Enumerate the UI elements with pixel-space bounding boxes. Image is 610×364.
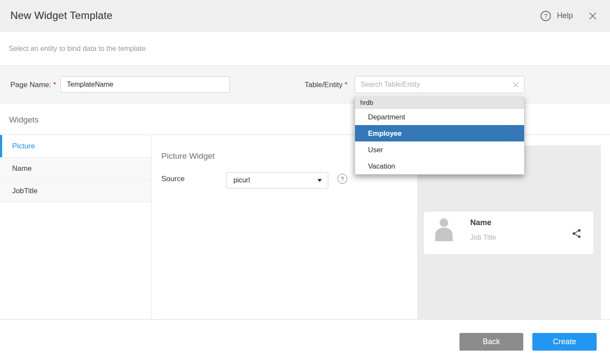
- page-name-input[interactable]: [60, 76, 230, 93]
- source-select[interactable]: picurl: [226, 172, 328, 188]
- widget-tab-label: JobTitle: [12, 187, 38, 195]
- widget-tab-label: Name: [12, 164, 31, 173]
- widget-tab-label: Picture: [12, 142, 35, 151]
- page-name-label: Page Name:*: [10, 81, 56, 89]
- new-widget-template-dialog: New Widget Template Help Select an entit…: [0, 0, 610, 364]
- page-title: New Widget Template: [10, 9, 113, 22]
- help-icon[interactable]: [541, 11, 551, 21]
- entity-dropdown: hrdb Department Employee User Vacation: [355, 97, 525, 175]
- close-icon[interactable]: [588, 12, 597, 20]
- required-asterisk: *: [53, 81, 57, 89]
- preview-card: Name Job Title: [424, 212, 593, 254]
- dropdown-option-employee[interactable]: Employee: [355, 125, 524, 141]
- dropdown-group-header: hrdb: [355, 97, 524, 109]
- dialog-header: New Widget Template Help: [0, 0, 610, 31]
- entity-search-input[interactable]: [355, 76, 513, 93]
- create-button[interactable]: Create: [532, 333, 597, 351]
- widget-panel-title: Picture Widget: [161, 151, 215, 161]
- source-help-icon[interactable]: [337, 174, 347, 184]
- source-label: Source: [161, 175, 185, 183]
- preview-job-title: Job Title: [470, 234, 496, 242]
- dropdown-option-department[interactable]: Department: [355, 109, 524, 125]
- page-name-label-text: Page Name:: [10, 81, 51, 89]
- clear-search-icon[interactable]: [513, 82, 519, 88]
- widget-tab-name[interactable]: Name: [0, 157, 151, 180]
- dropdown-option-user[interactable]: User: [355, 141, 524, 158]
- required-asterisk: *: [345, 81, 348, 89]
- subtitle-bar: Select an entity to bind data to the tem…: [0, 32, 610, 65]
- dropdown-option-vacation[interactable]: Vacation: [355, 158, 524, 174]
- help-button[interactable]: Help: [557, 11, 573, 20]
- caret-down-icon: [318, 179, 322, 182]
- source-select-value: picurl: [226, 176, 318, 184]
- widget-tab-picture[interactable]: Picture: [0, 135, 151, 157]
- entity-search-box[interactable]: [355, 76, 525, 93]
- back-button[interactable]: Back: [459, 333, 523, 351]
- widget-tabs-sidebar: Picture Name JobTitle: [0, 135, 151, 319]
- subtitle-text: Select an entity to bind data to the tem…: [9, 44, 145, 53]
- preview-name: Name: [470, 218, 491, 227]
- table-entity-label-text: Table/Entity: [305, 81, 343, 89]
- table-entity-label: Table/Entity*: [305, 81, 348, 89]
- share-icon[interactable]: [571, 228, 582, 239]
- widget-tab-jobtitle[interactable]: JobTitle: [0, 180, 151, 202]
- widgets-section-title: Widgets: [9, 115, 39, 125]
- header-actions: Help: [541, 0, 597, 31]
- content-bottom-divider: [0, 319, 610, 320]
- person-silhouette-icon: [433, 216, 455, 242]
